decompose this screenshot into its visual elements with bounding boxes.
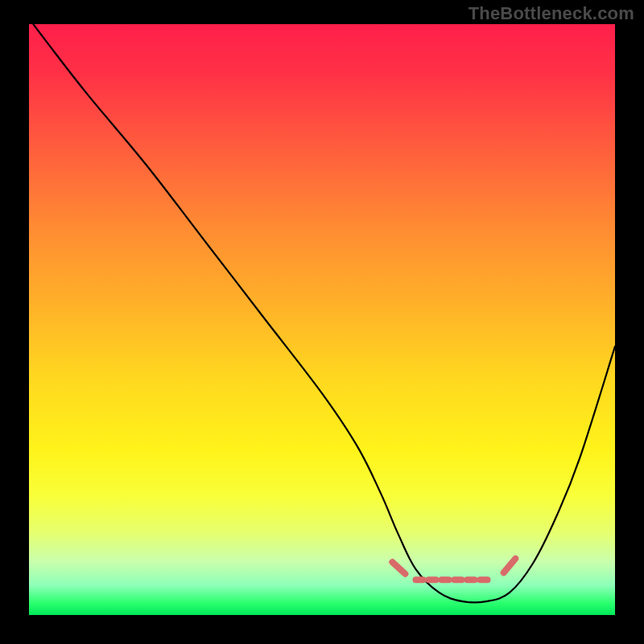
plot-area [29, 24, 615, 615]
chart-frame: TheBottleneck.com [0, 0, 644, 644]
bottleneck-curve [29, 24, 615, 603]
svg-line-2 [504, 559, 516, 572]
watermark-text: TheBottleneck.com [469, 3, 634, 24]
curve-layer [29, 24, 615, 610]
svg-line-0 [392, 562, 405, 574]
